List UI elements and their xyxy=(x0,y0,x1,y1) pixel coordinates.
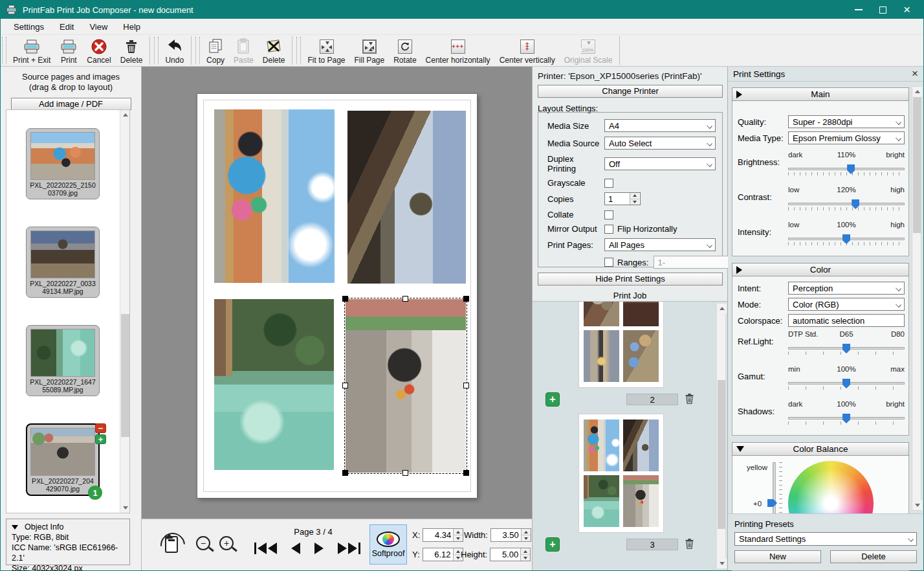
delete-button[interactable]: Delete xyxy=(116,35,148,66)
colorspace-field[interactable]: automatic selection xyxy=(788,314,905,327)
rotate-button[interactable]: Rotate xyxy=(389,35,421,66)
contrast-slider[interactable]: low120%high xyxy=(788,186,905,214)
maximize-button[interactable] xyxy=(879,6,886,14)
flip-horizontally-checkbox[interactable] xyxy=(604,225,613,234)
insert-page-button[interactable]: + xyxy=(545,537,560,552)
spin-up[interactable] xyxy=(454,529,463,535)
scrollbar-thumb[interactable] xyxy=(913,97,921,233)
brightness-slider[interactable]: dark110%bright xyxy=(788,151,905,179)
job-page-3-thumbnail[interactable] xyxy=(579,414,663,532)
scrollbar-thumb[interactable] xyxy=(718,380,725,529)
scroll-down-arrow[interactable] xyxy=(120,503,130,513)
quality-dropdown[interactable]: Super - 2880dpi xyxy=(788,115,905,128)
fill-page-button[interactable]: Fill Page xyxy=(350,35,390,66)
spin-down[interactable] xyxy=(454,535,463,541)
add-image-pdf-button[interactable]: Add image / PDF xyxy=(11,98,131,110)
delete-page-button[interactable] xyxy=(685,538,694,552)
spin-down[interactable] xyxy=(522,535,531,541)
source-thumbnail-list[interactable]: PXL_20220225_215003709.jpg PXL_20220227_… xyxy=(6,109,130,513)
spin-up[interactable] xyxy=(521,548,530,554)
center-vertically-button[interactable]: +++ Center vertically xyxy=(495,35,560,66)
spin-down[interactable] xyxy=(521,554,530,561)
insert-page-button[interactable]: + xyxy=(545,392,560,407)
spin-up[interactable] xyxy=(630,193,639,199)
menu-edit[interactable]: Edit xyxy=(52,21,82,33)
zoom-in-button[interactable]: + xyxy=(219,536,234,550)
placed-photo-church[interactable] xyxy=(347,111,466,284)
source-thumb-1[interactable]: PXL_20220225_215003709.jpg xyxy=(26,128,100,199)
source-thumb-2[interactable]: PXL_20220227_003349134.MP.jpg xyxy=(26,227,100,298)
resize-handle[interactable] xyxy=(402,470,408,476)
x-input[interactable] xyxy=(423,528,463,542)
copies-input[interactable] xyxy=(604,192,641,205)
cancel-button[interactable]: Cancel xyxy=(82,35,115,66)
copy-button[interactable]: Copy xyxy=(202,35,229,66)
minimize-button[interactable] xyxy=(855,9,863,10)
toolbar-grip[interactable] xyxy=(154,37,159,64)
media-source-dropdown[interactable]: Auto Select xyxy=(604,137,716,150)
spin-down[interactable] xyxy=(630,199,639,205)
ranges-checkbox[interactable] xyxy=(604,258,613,267)
preset-dropdown[interactable]: Standard Settings xyxy=(734,532,917,546)
placed-photo-truck-selected[interactable] xyxy=(346,299,466,473)
placed-photo-pool[interactable] xyxy=(214,299,334,470)
print-pages-dropdown[interactable]: All Pages xyxy=(604,238,716,251)
menu-settings[interactable]: Settings xyxy=(6,21,52,33)
add-copy-button[interactable]: + xyxy=(95,434,106,444)
main-section-header[interactable]: Main xyxy=(732,87,909,101)
print-job-list[interactable]: + 2 + 3 xyxy=(533,301,727,570)
rotate-page-button[interactable] xyxy=(165,536,178,553)
new-preset-button[interactable]: New xyxy=(734,550,821,563)
scroll-up-arrow[interactable] xyxy=(120,110,130,120)
y-input[interactable] xyxy=(423,548,463,561)
duplex-dropdown[interactable]: Off xyxy=(604,157,716,170)
media-size-dropdown[interactable]: A4 xyxy=(604,119,716,132)
shadows-slider[interactable]: dark100%bright xyxy=(788,400,905,429)
hide-print-settings-button[interactable]: Hide Print Settings xyxy=(538,273,723,286)
previous-page-button[interactable] xyxy=(289,541,303,555)
scroll-down-arrow[interactable] xyxy=(717,559,727,568)
resize-handle[interactable] xyxy=(463,296,469,302)
print-button[interactable]: Print xyxy=(55,35,82,66)
color-balance-section-header[interactable]: Color Balance xyxy=(732,442,909,456)
undo-button[interactable]: Undo xyxy=(160,35,188,66)
resize-handle[interactable] xyxy=(342,296,348,302)
toolbar-grip[interactable] xyxy=(195,37,200,64)
placed-photo-graffiti[interactable] xyxy=(214,109,335,283)
page-sheet[interactable] xyxy=(197,94,477,498)
fit-to-page-button[interactable]: Fit to Page xyxy=(303,35,349,66)
source-thumb-4-selected[interactable]: PXL_20220227_204429070.jpg − + 1 xyxy=(26,423,100,496)
delete-preset-button[interactable]: Delete xyxy=(830,550,917,563)
settings-scrollbar[interactable] xyxy=(912,86,921,511)
collapse-triangle-icon[interactable] xyxy=(12,525,18,530)
grayscale-checkbox[interactable] xyxy=(604,179,613,188)
scroll-up-arrow[interactable] xyxy=(717,304,727,313)
next-page-button[interactable] xyxy=(312,541,326,555)
gamut-slider[interactable]: min100%max xyxy=(788,365,905,394)
source-list-scrollbar[interactable] xyxy=(120,110,129,513)
width-input[interactable] xyxy=(490,528,531,542)
collate-checkbox[interactable] xyxy=(604,210,613,219)
media-type-dropdown[interactable]: Epson Premium Glossy xyxy=(788,131,905,144)
print-job-scrollbar[interactable] xyxy=(716,303,726,569)
scrollbar-thumb[interactable] xyxy=(121,314,129,437)
zoom-out-button[interactable]: − xyxy=(196,536,210,550)
remove-copy-button[interactable]: − xyxy=(95,423,106,433)
resize-handle[interactable] xyxy=(402,296,408,302)
mode-dropdown[interactable]: Color (RGB) xyxy=(788,298,905,311)
job-page-2-thumbnail[interactable] xyxy=(579,301,663,387)
close-panel-icon[interactable]: × xyxy=(912,69,918,78)
cut-delete-button[interactable]: Delete xyxy=(258,35,290,66)
menu-view[interactable]: View xyxy=(82,21,115,33)
center-horizontally-button[interactable]: +++ Center horizontally xyxy=(421,35,495,66)
resize-handle[interactable] xyxy=(342,383,348,388)
resize-handle[interactable] xyxy=(342,470,348,476)
close-button[interactable]: × xyxy=(903,5,910,14)
layout-canvas[interactable] xyxy=(142,67,533,519)
change-printer-button[interactable]: Change Printer xyxy=(538,85,723,98)
scroll-up-arrow[interactable] xyxy=(912,87,922,96)
delete-page-button[interactable] xyxy=(685,393,694,407)
scroll-down-arrow[interactable] xyxy=(912,500,922,510)
height-input[interactable] xyxy=(490,548,531,561)
intent-dropdown[interactable]: Perception xyxy=(788,282,905,295)
